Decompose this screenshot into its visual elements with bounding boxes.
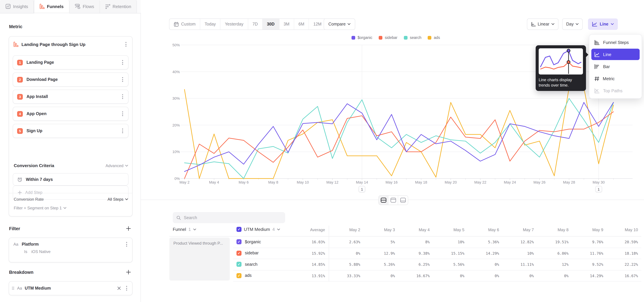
table-cell[interactable]: 12.82%	[520, 240, 534, 244]
step-kebab-menu-icon[interactable]	[120, 60, 125, 66]
funnel-selector[interactable]: Funnel 1	[173, 227, 196, 232]
table-cell[interactable]: 5%	[390, 240, 395, 244]
column-header[interactable]: May 2	[349, 228, 360, 232]
table-cell[interactable]: 9.52%	[592, 262, 603, 267]
table-cell[interactable]: 16.67%	[625, 274, 638, 278]
table-cell[interactable]: 14.85%	[312, 262, 325, 267]
add-breakdown-button[interactable]	[126, 270, 131, 275]
table-cell[interactable]: 0%	[356, 251, 360, 256]
column-header[interactable]: May 6	[488, 228, 499, 232]
filter-segment-dropdown[interactable]: Filter + Segment on Step 1	[14, 206, 66, 210]
table-cell[interactable]: 0%	[460, 274, 464, 278]
step-kebab-menu-icon[interactable]	[120, 128, 125, 134]
metric-kebab-menu-icon[interactable]	[124, 41, 128, 47]
column-header[interactable]: May 5	[454, 228, 464, 232]
table-cell[interactable]: 0%	[495, 274, 499, 278]
table-cell[interactable]: 0%	[564, 274, 569, 278]
column-header[interactable]: May 8	[558, 228, 568, 232]
column-header[interactable]: May 9	[592, 228, 603, 232]
table-cell[interactable]: 19.51%	[555, 240, 569, 244]
step-kebab-menu-icon[interactable]	[120, 76, 125, 82]
table-cell[interactable]: 20.59%	[625, 240, 638, 244]
table-cell[interactable]: 6.25%	[418, 262, 430, 267]
funnel-step-4[interactable]: 4App Open	[13, 107, 128, 121]
step-kebab-menu-icon[interactable]	[120, 94, 125, 100]
tab-flows[interactable]: Flows	[69, 0, 100, 13]
table-cell[interactable]: 11.11%	[520, 262, 534, 267]
layout-chart-only-button[interactable]	[388, 196, 398, 205]
table-cell[interactable]: 0%	[390, 274, 395, 278]
table-cell[interactable]: 10%	[458, 240, 464, 244]
advanced-dropdown[interactable]: Advanced	[106, 163, 128, 168]
table-cell[interactable]: 15.92%	[312, 251, 325, 256]
add-filter-button[interactable]	[126, 226, 131, 231]
layout-split-view-button[interactable]	[379, 196, 388, 205]
funnel-step-1[interactable]: 1Landing Page	[13, 55, 128, 70]
table-cell[interactable]: 12%	[562, 262, 568, 267]
series-checkbox-checked-icon[interactable]: ✓	[236, 250, 242, 256]
funnel-step-3[interactable]: 3App Install	[13, 90, 128, 104]
series-checkbox-checked-icon[interactable]: ✓	[236, 262, 242, 267]
column-header[interactable]: Average	[310, 228, 325, 232]
series-line-search[interactable]	[184, 98, 614, 178]
filter-operator[interactable]: Is	[24, 249, 27, 254]
table-cell[interactable]: 16.67%	[416, 274, 430, 278]
table-cell[interactable]: 33.33%	[347, 274, 360, 278]
table-cell[interactable]: 10%	[527, 251, 534, 256]
funnel-step-5[interactable]: 5Sign Up	[13, 124, 128, 138]
table-cell[interactable]: 5.26%	[384, 262, 395, 267]
menu-item-line[interactable]: Line	[591, 49, 640, 60]
filter-value[interactable]: iOS Native	[31, 249, 51, 254]
series-checkbox-checked-icon[interactable]: ✓	[236, 273, 242, 278]
table-cell[interactable]: 11.76%	[590, 251, 604, 256]
tab-retention[interactable]: Retention	[100, 0, 137, 13]
tab-funnels[interactable]: Funnels	[34, 0, 70, 14]
filter-kebab-menu-icon[interactable]	[124, 241, 129, 247]
breakdown-card[interactable]: Aa UTM Medium	[9, 281, 132, 295]
table-cell[interactable]: 15.15%	[451, 251, 464, 256]
series-line-organic[interactable]	[184, 102, 614, 172]
table-cell[interactable]: 0%	[495, 262, 499, 267]
table-cell[interactable]: 14.29%	[486, 251, 499, 256]
breakdown-kebab-menu-icon[interactable]	[124, 285, 129, 291]
all-steps-dropdown[interactable]: All Steps	[108, 197, 128, 202]
table-cell[interactable]: 6.06%	[558, 251, 568, 256]
table-cell[interactable]: 14.29%	[590, 274, 604, 278]
row-group-cell[interactable]: Product Viewed through P...	[170, 238, 230, 280]
table-cell[interactable]: 9.76%	[592, 240, 603, 244]
line-chart[interactable]	[141, 14, 644, 201]
conversion-window-button[interactable]: Within 7 days	[13, 173, 128, 186]
table-cell[interactable]: 22.22%	[625, 262, 638, 267]
table-cell[interactable]: 12.9%	[384, 251, 395, 256]
column-header[interactable]: May 7	[523, 228, 534, 232]
table-cell[interactable]: 5.88%	[349, 262, 360, 267]
menu-item-funnel-steps[interactable]: Funnel Steps	[591, 36, 640, 48]
column-header[interactable]: May 10	[625, 228, 638, 232]
table-cell[interactable]: 13.91%	[312, 274, 325, 278]
step-kebab-menu-icon[interactable]	[120, 111, 125, 117]
menu-item-bar[interactable]: Bar	[591, 61, 640, 72]
filter-card[interactable]: Aa Platform Is iOS Native	[9, 238, 132, 262]
funnel-step-2[interactable]: 2Download Page	[13, 72, 128, 86]
series-checkbox-checked-icon[interactable]: ✓	[236, 239, 242, 244]
table-cell[interactable]: 8%	[425, 240, 430, 244]
table-cell[interactable]: 18.18%	[625, 251, 638, 256]
checkbox-checked-icon[interactable]: ✓	[236, 227, 242, 232]
drag-handle-icon[interactable]	[12, 286, 14, 290]
table-cell[interactable]: 5.36%	[488, 240, 499, 244]
remove-breakdown-icon[interactable]	[117, 286, 122, 290]
menu-item-metric[interactable]: Metric	[591, 73, 640, 84]
column-header[interactable]: May 3	[384, 228, 395, 232]
table-cell[interactable]: 2.63%	[349, 240, 360, 244]
breakdown-column-selector[interactable]: ✓ UTM Medium 4	[236, 227, 280, 232]
table-cell[interactable]: 16.03%	[312, 240, 325, 244]
table-cell[interactable]: 0%	[530, 274, 534, 278]
search-input[interactable]	[184, 215, 282, 220]
search-box[interactable]	[173, 212, 285, 223]
column-header[interactable]: May 4	[419, 228, 430, 232]
tab-insights[interactable]: Insights	[0, 0, 34, 13]
table-cell[interactable]: 9.38%	[418, 251, 430, 256]
table-cell[interactable]: 5.56%	[453, 262, 464, 267]
layout-table-only-button[interactable]	[398, 196, 408, 205]
menu-item-top-paths[interactable]: Top Paths	[591, 85, 640, 96]
